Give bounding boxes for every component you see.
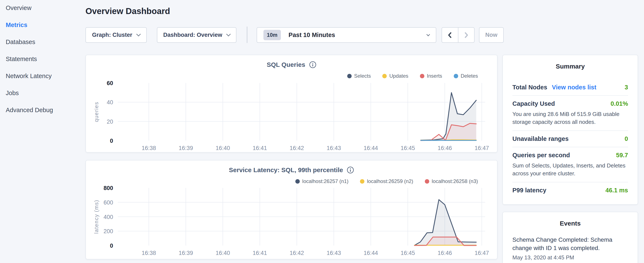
summary-row: Capacity Used0.01%You are using 28.6 MiB… — [512, 96, 628, 131]
y-tick-label: 60 — [107, 80, 113, 86]
chevron-left-icon — [447, 32, 453, 39]
events-title: Events — [503, 212, 638, 227]
event-timestamp: May 13, 2020 at 4:45 PM — [512, 254, 628, 261]
x-tick-label: 16:46 — [438, 145, 452, 151]
page-title: Overview Dashboard — [86, 7, 170, 16]
x-tick-label: 16:47 — [474, 145, 489, 151]
x-tick-label: 16:46 — [438, 250, 452, 256]
service-latency-plot[interactable]: 16:3816:3916:4016:4116:4216:4316:4416:45… — [86, 160, 498, 260]
sidebar-nav: OverviewMetricsDatabasesStatementsNetwor… — [0, 0, 81, 263]
summary-row-value: 0.01% — [610, 100, 628, 107]
sidebar-item-databases[interactable]: Databases — [0, 39, 81, 56]
chevron-right-icon — [464, 32, 469, 39]
dashboard-label: Dashboard: Overview — [163, 32, 222, 38]
time-range-badge: 10m — [264, 30, 281, 40]
time-step-buttons — [442, 27, 474, 43]
x-tick-label: 16:42 — [290, 250, 304, 256]
summary-row: P99 latency46.1 ms — [512, 182, 628, 198]
x-tick-label: 16:43 — [326, 250, 341, 256]
summary-row-value: 46.1 ms — [606, 187, 628, 194]
summary-row-label: Capacity Used — [512, 100, 555, 107]
y-tick-label: 0 — [110, 138, 113, 144]
dashboard-dropdown[interactable]: Dashboard: Overview — [157, 27, 236, 43]
time-range-selector[interactable]: 10m Past 10 Minutes — [256, 27, 436, 43]
summary-row-value: 3 — [625, 84, 628, 91]
now-button[interactable]: Now — [479, 27, 504, 43]
summary-row-label: Queries per second — [512, 152, 570, 159]
controls-divider — [247, 27, 247, 43]
graph-scope-label: Graph: Cluster — [92, 32, 132, 38]
summary-row-label: Unavailable ranges — [512, 135, 568, 142]
x-tick-label: 16:47 — [474, 250, 489, 256]
summary-title: Summary — [503, 55, 638, 70]
chevron-down-icon — [226, 32, 231, 36]
y-tick-label: 400 — [104, 214, 113, 220]
sidebar-item-network-latency[interactable]: Network Latency — [0, 73, 81, 90]
y-tick-label: 200 — [104, 228, 113, 234]
sidebar-item-advanced-debug[interactable]: Advanced Debug — [0, 107, 81, 124]
y-tick-label: 40 — [107, 99, 113, 106]
summary-row-label: Total Nodes — [512, 84, 547, 91]
sidebar-item-jobs[interactable]: Jobs — [0, 90, 81, 107]
x-tick-label: 16:45 — [400, 145, 415, 151]
summary-row-label: P99 latency — [512, 187, 546, 194]
y-axis-title: latency (ms) — [93, 200, 99, 234]
overview-dashboard-screen: OverviewMetricsDatabasesStatementsNetwor… — [0, 0, 644, 263]
events-panel: Events Schema Change Completed: Schema c… — [502, 212, 638, 263]
x-tick-label: 16:38 — [142, 145, 156, 151]
summary-rows: Total NodesView nodes list3Capacity Used… — [512, 79, 628, 198]
summary-row: Queries per second59.7Sum of Selects, Up… — [512, 147, 628, 182]
x-tick-label: 16:40 — [216, 250, 230, 256]
summary-row-value: 59.7 — [616, 152, 628, 159]
sql-queries-chart-card: SQL Queries SelectsUpdatesInsertsDeletes… — [86, 55, 498, 153]
event-item: Schema Change Completed: Schema change w… — [512, 235, 628, 261]
sidebar-item-overview[interactable]: Overview — [0, 5, 81, 22]
y-axis-title: queries — [93, 102, 99, 122]
x-tick-label: 16:44 — [364, 145, 378, 151]
summary-row-value: 0 — [625, 135, 628, 142]
graph-scope-dropdown[interactable]: Graph: Cluster — [86, 27, 147, 43]
sql-queries-plot[interactable]: 16:3816:3916:4016:4116:4216:4316:4416:45… — [86, 55, 498, 153]
summary-row-description: Sum of Selects, Updates, Inserts, and De… — [512, 162, 628, 177]
y-tick-label: 800 — [104, 185, 113, 191]
event-text: Schema Change Completed: Schema change w… — [512, 235, 625, 252]
x-tick-label: 16:41 — [252, 250, 267, 256]
now-button-label: Now — [486, 32, 498, 38]
sidebar-item-statements[interactable]: Statements — [0, 56, 81, 73]
summary-row: Total NodesView nodes list3 — [512, 79, 628, 96]
time-range-label: Past 10 Minutes — [288, 32, 422, 39]
time-step-forward-button[interactable] — [458, 28, 474, 42]
y-tick-label: 600 — [104, 199, 113, 206]
chevron-down-icon — [426, 33, 430, 36]
x-tick-label: 16:38 — [142, 250, 156, 256]
chevron-down-icon — [136, 32, 141, 36]
y-tick-label: 0 — [110, 242, 113, 249]
y-tick-label: 20 — [107, 119, 113, 125]
view-nodes-list-link[interactable]: View nodes list — [552, 84, 596, 91]
sidebar-item-metrics[interactable]: Metrics — [0, 22, 81, 39]
x-tick-label: 16:40 — [216, 145, 230, 151]
x-tick-label: 16:42 — [290, 145, 304, 151]
summary-row-description: You are using 28.6 MiB of 515.9 GiB usab… — [512, 110, 628, 126]
events-list: Schema Change Completed: Schema change w… — [503, 235, 638, 261]
x-tick-label: 16:39 — [178, 250, 193, 256]
x-tick-label: 16:45 — [400, 250, 415, 256]
summary-panel: Summary Total NodesView nodes list3Capac… — [502, 55, 638, 205]
x-tick-label: 16:43 — [326, 145, 341, 151]
x-tick-label: 16:44 — [364, 250, 378, 256]
summary-row: Unavailable ranges0 — [512, 131, 628, 147]
time-step-back-button[interactable] — [442, 28, 458, 42]
service-latency-chart-card: Service Latency: SQL, 99th percentile lo… — [86, 160, 498, 259]
x-tick-label: 16:39 — [178, 145, 193, 151]
x-tick-label: 16:41 — [252, 145, 267, 151]
